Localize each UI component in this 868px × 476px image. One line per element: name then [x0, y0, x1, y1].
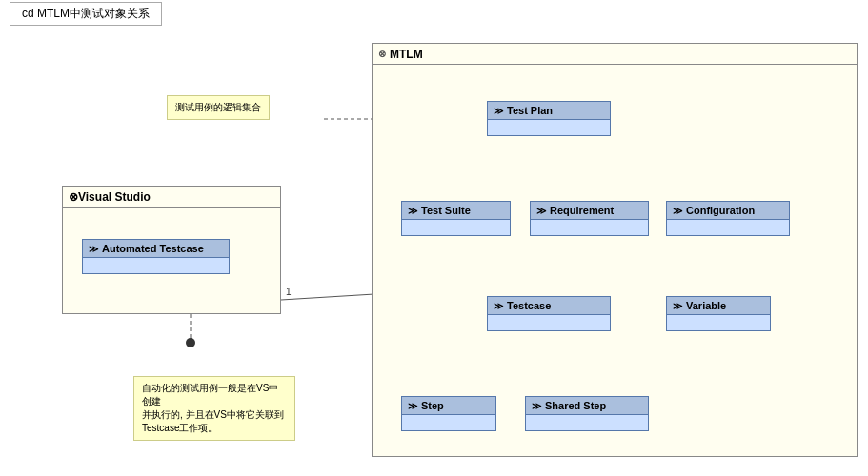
testcase-icon: ≫: [494, 301, 503, 311]
testplan-box: ≫ Test Plan: [487, 101, 611, 136]
testplan-body: [488, 120, 610, 135]
note-top: 测试用例的逻辑集合: [167, 95, 270, 120]
automated-header: ≫ Automated Testcase: [83, 240, 229, 258]
vs-container: ⊗ Visual Studio ≫ Automated Testcase: [62, 186, 281, 314]
testplan-label: Test Plan: [507, 105, 553, 116]
testsuite-label: Test Suite: [421, 205, 471, 216]
mtlm-expand-icon: ⊗: [378, 49, 386, 59]
variable-box: ≫ Variable: [666, 296, 771, 331]
variable-icon: ≫: [673, 301, 682, 311]
testsuite-box: ≫ Test Suite: [401, 201, 511, 236]
vs-title: Visual Studio: [78, 190, 151, 204]
testplan-header: ≫ Test Plan: [488, 102, 610, 120]
configuration-label: Configuration: [686, 205, 755, 216]
configuration-icon: ≫: [673, 206, 682, 216]
diagram-area: cd MTLM中测试对象关系 1 * 1 * 1 * 1 * 1 * 1: [0, 0, 868, 476]
note-bottom: 自动化的测试用例一般是在VS中 创建并执行的, 并且在VS中将它关联到Testc…: [133, 376, 295, 441]
sharedstep-label: Shared Step: [545, 400, 606, 411]
variable-header: ≫ Variable: [667, 297, 770, 315]
title-tab: cd MTLM中测试对象关系: [10, 2, 162, 26]
vs-expand-icon: ⊗: [69, 190, 78, 204]
testsuite-icon: ≫: [408, 206, 417, 216]
variable-label: Variable: [686, 300, 726, 311]
mtlm-header: ⊗ MTLM: [373, 44, 857, 65]
requirement-icon: ≫: [536, 206, 546, 216]
testcase-body: [488, 315, 610, 330]
testcase-box: ≫ Testcase: [487, 296, 611, 331]
vs-header: ⊗ Visual Studio: [63, 187, 280, 208]
requirement-box: ≫ Requirement: [530, 201, 649, 236]
requirement-body: [531, 220, 648, 235]
automated-label: Automated Testcase: [102, 243, 204, 254]
step-label: Step: [421, 400, 444, 411]
step-body: [402, 415, 495, 430]
sharedstep-body: [526, 415, 648, 430]
configuration-header: ≫ Configuration: [667, 202, 789, 220]
step-box: ≫ Step: [401, 396, 496, 431]
configuration-body: [667, 220, 789, 235]
testplan-icon: ≫: [494, 106, 503, 116]
testsuite-header: ≫ Test Suite: [402, 202, 510, 220]
mtlm-title: MTLM: [390, 48, 423, 61]
requirement-header: ≫ Requirement: [531, 202, 648, 220]
variable-body: [667, 315, 770, 330]
sharedstep-box: ≫ Shared Step: [525, 396, 649, 431]
configuration-box: ≫ Configuration: [666, 201, 790, 236]
sharedstep-header: ≫ Shared Step: [526, 397, 648, 415]
svg-text:1: 1: [286, 287, 292, 297]
note-bottom-text: 自动化的测试用例一般是在VS中 创建并执行的, 并且在VS中将它关联到Testc…: [142, 383, 284, 433]
automated-body: [83, 258, 229, 273]
testsuite-body: [402, 220, 510, 235]
step-icon: ≫: [408, 401, 417, 411]
note-top-text: 测试用例的逻辑集合: [175, 102, 261, 112]
sharedstep-icon: ≫: [532, 401, 541, 411]
automated-box: ≫ Automated Testcase: [82, 239, 230, 274]
mtlm-container: ⊗ MTLM ≫ Test Plan ≫ Test Suite ≫ Requir…: [372, 43, 858, 457]
testcase-label: Testcase: [507, 300, 551, 311]
requirement-label: Requirement: [550, 205, 614, 216]
automated-icon: ≫: [89, 244, 98, 254]
step-header: ≫ Step: [402, 397, 495, 415]
testcase-header: ≫ Testcase: [488, 297, 610, 315]
title-text: cd MTLM中测试对象关系: [22, 7, 150, 20]
svg-point-37: [186, 338, 195, 347]
